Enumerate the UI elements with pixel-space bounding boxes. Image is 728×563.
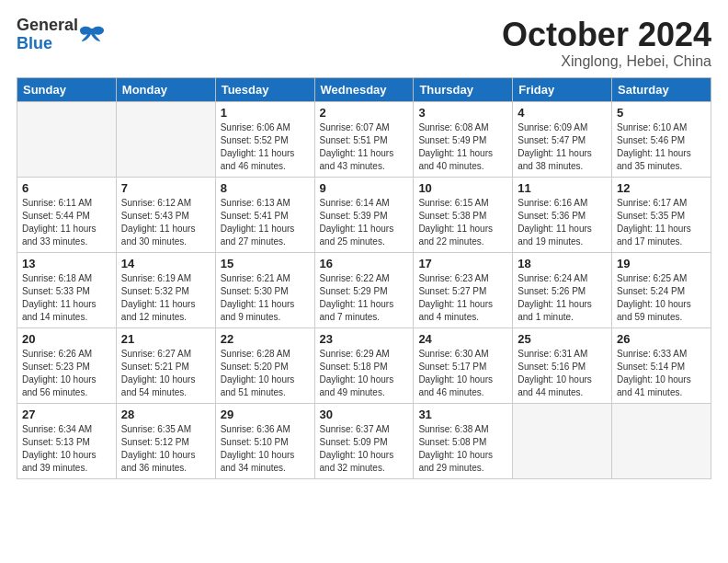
calendar-cell: 24Sunrise: 6:30 AM Sunset: 5:17 PM Dayli… [414,327,513,403]
day-detail: Sunrise: 6:17 AM Sunset: 5:35 PM Dayligh… [617,197,706,248]
calendar-week-2: 6Sunrise: 6:11 AM Sunset: 5:44 PM Daylig… [17,177,711,252]
calendar-cell [513,403,612,478]
calendar-cell [17,101,117,177]
calendar-week-5: 27Sunrise: 6:34 AM Sunset: 5:13 PM Dayli… [17,403,711,478]
calendar-header-friday: Friday [513,77,612,101]
calendar-cell: 5Sunrise: 6:10 AM Sunset: 5:46 PM Daylig… [612,101,711,177]
day-detail: Sunrise: 6:29 AM Sunset: 5:18 PM Dayligh… [320,348,409,399]
day-detail: Sunrise: 6:15 AM Sunset: 5:38 PM Dayligh… [418,197,507,248]
day-detail: Sunrise: 6:24 AM Sunset: 5:26 PM Dayligh… [518,272,607,324]
calendar-cell: 10Sunrise: 6:15 AM Sunset: 5:38 PM Dayli… [414,177,513,252]
day-detail: Sunrise: 6:36 AM Sunset: 5:10 PM Dayligh… [221,423,310,475]
calendar-cell: 3Sunrise: 6:08 AM Sunset: 5:49 PM Daylig… [414,101,513,177]
day-detail: Sunrise: 6:37 AM Sunset: 5:09 PM Dayligh… [320,423,409,475]
calendar-cell: 26Sunrise: 6:33 AM Sunset: 5:14 PM Dayli… [612,327,711,403]
day-detail: Sunrise: 6:30 AM Sunset: 5:17 PM Dayligh… [418,348,507,399]
calendar-cell: 17Sunrise: 6:23 AM Sunset: 5:27 PM Dayli… [414,252,513,327]
calendar-header-row: SundayMondayTuesdayWednesdayThursdayFrid… [17,77,711,101]
month-title: October 2024 [502,17,711,53]
day-number: 20 [22,332,111,346]
day-detail: Sunrise: 6:28 AM Sunset: 5:20 PM Dayligh… [221,348,310,399]
day-detail: Sunrise: 6:14 AM Sunset: 5:39 PM Dayligh… [320,197,409,248]
page: General Blue October 2024 Xinglong, Hebe… [0,0,728,563]
day-detail: Sunrise: 6:26 AM Sunset: 5:23 PM Dayligh… [22,348,111,399]
day-detail: Sunrise: 6:06 AM Sunset: 5:52 PM Dayligh… [221,121,310,173]
day-detail: Sunrise: 6:33 AM Sunset: 5:14 PM Dayligh… [617,348,706,399]
calendar-header-monday: Monday [116,77,215,101]
day-number: 19 [617,257,706,270]
calendar-cell [116,101,215,177]
day-number: 14 [121,257,210,270]
calendar-cell: 20Sunrise: 6:26 AM Sunset: 5:23 PM Dayli… [17,327,117,403]
calendar-week-4: 20Sunrise: 6:26 AM Sunset: 5:23 PM Dayli… [17,327,711,403]
calendar-cell: 31Sunrise: 6:38 AM Sunset: 5:08 PM Dayli… [414,403,513,478]
logo: General Blue [17,17,106,53]
day-number: 7 [121,181,210,195]
day-number: 8 [221,181,310,195]
day-number: 17 [418,257,507,270]
calendar-cell: 11Sunrise: 6:16 AM Sunset: 5:36 PM Dayli… [513,177,612,252]
day-detail: Sunrise: 6:08 AM Sunset: 5:49 PM Dayligh… [418,121,507,173]
calendar-cell: 15Sunrise: 6:21 AM Sunset: 5:30 PM Dayli… [215,252,314,327]
logo-bird-icon [80,25,106,45]
day-detail: Sunrise: 6:27 AM Sunset: 5:21 PM Dayligh… [121,348,210,399]
logo-blue: Blue [17,34,52,52]
day-detail: Sunrise: 6:18 AM Sunset: 5:33 PM Dayligh… [22,272,111,324]
day-detail: Sunrise: 6:16 AM Sunset: 5:36 PM Dayligh… [518,197,607,248]
calendar-table: SundayMondayTuesdayWednesdayThursdayFrid… [17,77,711,479]
day-number: 31 [418,408,507,421]
day-detail: Sunrise: 6:22 AM Sunset: 5:29 PM Dayligh… [320,272,409,324]
day-number: 2 [320,106,409,120]
calendar-cell: 2Sunrise: 6:07 AM Sunset: 5:51 PM Daylig… [314,101,414,177]
calendar-week-1: 1Sunrise: 6:06 AM Sunset: 5:52 PM Daylig… [17,101,711,177]
title-section: October 2024 Xinglong, Hebei, China [502,17,711,70]
calendar-cell: 13Sunrise: 6:18 AM Sunset: 5:33 PM Dayli… [17,252,117,327]
day-number: 4 [518,106,607,120]
day-detail: Sunrise: 6:34 AM Sunset: 5:13 PM Dayligh… [22,423,111,475]
day-number: 21 [121,332,210,346]
day-number: 9 [320,181,409,195]
day-number: 3 [418,106,507,120]
day-detail: Sunrise: 6:09 AM Sunset: 5:47 PM Dayligh… [518,121,607,173]
calendar-header-sunday: Sunday [17,77,117,101]
calendar-cell: 1Sunrise: 6:06 AM Sunset: 5:52 PM Daylig… [215,101,314,177]
day-detail: Sunrise: 6:11 AM Sunset: 5:44 PM Dayligh… [22,197,111,248]
calendar-cell: 29Sunrise: 6:36 AM Sunset: 5:10 PM Dayli… [215,403,314,478]
calendar-header-saturday: Saturday [612,77,711,101]
day-number: 5 [617,106,706,120]
calendar-cell: 7Sunrise: 6:12 AM Sunset: 5:43 PM Daylig… [116,177,215,252]
header: General Blue October 2024 Xinglong, Hebe… [17,17,711,70]
logo-text: General Blue [17,17,78,53]
day-detail: Sunrise: 6:12 AM Sunset: 5:43 PM Dayligh… [121,197,210,248]
day-number: 29 [221,408,310,421]
day-detail: Sunrise: 6:25 AM Sunset: 5:24 PM Dayligh… [617,272,706,324]
calendar-week-3: 13Sunrise: 6:18 AM Sunset: 5:33 PM Dayli… [17,252,711,327]
calendar-cell: 4Sunrise: 6:09 AM Sunset: 5:47 PM Daylig… [513,101,612,177]
day-number: 22 [221,332,310,346]
calendar-cell: 27Sunrise: 6:34 AM Sunset: 5:13 PM Dayli… [17,403,117,478]
calendar-cell: 18Sunrise: 6:24 AM Sunset: 5:26 PM Dayli… [513,252,612,327]
calendar-cell: 9Sunrise: 6:14 AM Sunset: 5:39 PM Daylig… [314,177,414,252]
calendar-cell: 25Sunrise: 6:31 AM Sunset: 5:16 PM Dayli… [513,327,612,403]
logo-general: General [17,16,78,34]
day-number: 28 [121,408,210,421]
calendar-cell [612,403,711,478]
day-number: 1 [221,106,310,120]
day-number: 13 [22,257,111,270]
location-title: Xinglong, Hebei, China [502,53,711,70]
day-number: 15 [221,257,310,270]
day-number: 16 [320,257,409,270]
calendar-cell: 19Sunrise: 6:25 AM Sunset: 5:24 PM Dayli… [612,252,711,327]
calendar-cell: 8Sunrise: 6:13 AM Sunset: 5:41 PM Daylig… [215,177,314,252]
day-detail: Sunrise: 6:19 AM Sunset: 5:32 PM Dayligh… [121,272,210,324]
day-detail: Sunrise: 6:38 AM Sunset: 5:08 PM Dayligh… [418,423,507,475]
day-detail: Sunrise: 6:07 AM Sunset: 5:51 PM Dayligh… [320,121,409,173]
day-number: 11 [518,181,607,195]
calendar-cell: 6Sunrise: 6:11 AM Sunset: 5:44 PM Daylig… [17,177,117,252]
day-number: 23 [320,332,409,346]
calendar-cell: 14Sunrise: 6:19 AM Sunset: 5:32 PM Dayli… [116,252,215,327]
calendar-cell: 22Sunrise: 6:28 AM Sunset: 5:20 PM Dayli… [215,327,314,403]
day-number: 27 [22,408,111,421]
calendar-header-thursday: Thursday [414,77,513,101]
day-number: 10 [418,181,507,195]
